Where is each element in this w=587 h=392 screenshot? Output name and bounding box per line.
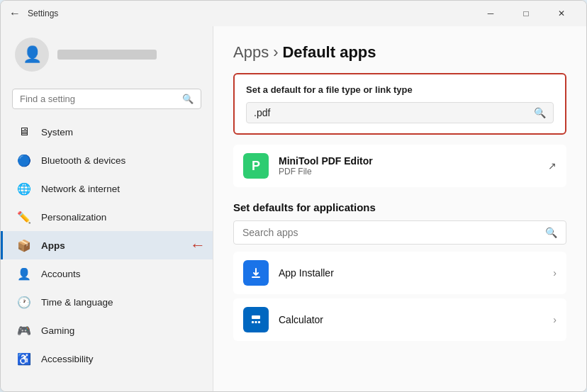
title-bar-controls: ─ □ ✕	[474, 3, 578, 24]
file-type-box: Set a default for a file type or link ty…	[233, 73, 566, 135]
network-icon: 🌐	[17, 181, 31, 196]
breadcrumb-separator: ›	[273, 43, 278, 62]
main-content: Apps › Default apps Set a default for a …	[213, 26, 586, 391]
calculator-chevron: ›	[553, 314, 557, 325]
pdf-app-type: PDF File	[279, 167, 538, 177]
personalization-icon: ✏️	[17, 210, 31, 224]
sidebar-item-gaming[interactable]: 🎮 Gaming	[1, 316, 213, 345]
app-installer-icon	[243, 260, 269, 286]
sidebar-label-time-language: Time & language	[41, 297, 113, 308]
calculator-name: Calculator	[279, 314, 543, 325]
sidebar-item-bluetooth[interactable]: 🔵 Bluetooth & devices	[1, 146, 213, 174]
time-language-icon: 🕐	[17, 295, 31, 309]
search-apps-input[interactable]	[242, 227, 538, 238]
sidebar-item-accessibility[interactable]: ♿ Accessibility	[1, 345, 213, 373]
pdf-app-info: MiniTool PDF Editor PDF File	[279, 155, 538, 177]
sidebar-label-network: Network & internet	[41, 184, 120, 194]
file-type-label: Set a default for a file type or link ty…	[246, 84, 554, 95]
breadcrumb-parent: Apps	[233, 43, 269, 62]
nav-items: 🖥 System 🔵 Bluetooth & devices 🌐 Network…	[1, 118, 213, 373]
svg-rect-3	[252, 321, 254, 323]
content-area: 👤 🔍 🖥 System 🔵 Bluetooth & devices	[1, 26, 586, 391]
external-link-icon: ↗	[548, 160, 557, 172]
sidebar-label-apps: Apps	[41, 240, 65, 251]
system-icon: 🖥	[17, 125, 31, 139]
title-bar: ← Settings ─ □ ✕	[1, 1, 586, 26]
sidebar-label-accessibility: Accessibility	[41, 354, 94, 364]
pdf-app-name: MiniTool PDF Editor	[279, 155, 538, 167]
window-title: Settings	[28, 9, 58, 18]
sidebar-item-network[interactable]: 🌐 Network & internet	[1, 174, 213, 203]
sidebar-label-personalization: Personalization	[41, 212, 106, 223]
file-type-search-icon: 🔍	[534, 107, 546, 118]
title-bar-left: ← Settings	[9, 7, 58, 20]
search-section: 🔍	[1, 83, 213, 118]
svg-rect-1	[248, 312, 264, 327]
close-button[interactable]: ✕	[545, 3, 578, 24]
breadcrumb-current: Default apps	[282, 43, 376, 62]
svg-rect-2	[252, 315, 260, 319]
gaming-icon: 🎮	[17, 323, 31, 337]
bluetooth-icon: 🔵	[17, 153, 31, 167]
file-type-input[interactable]	[254, 107, 534, 118]
sidebar-search-box[interactable]: 🔍	[12, 89, 201, 109]
sidebar-item-apps[interactable]: 📦 Apps ←	[1, 231, 213, 259]
sidebar-search-input[interactable]	[20, 94, 177, 104]
accounts-icon: 👤	[17, 267, 31, 281]
sidebar-item-time-language[interactable]: 🕐 Time & language	[1, 288, 213, 316]
app-installer-name: App Installer	[279, 267, 543, 279]
sidebar-item-personalization[interactable]: ✏️ Personalization	[1, 203, 213, 231]
red-arrow-indicator: ←	[190, 236, 206, 254]
calculator-app-icon	[243, 307, 269, 332]
user-section: 👤	[1, 26, 213, 83]
sidebar-item-accounts[interactable]: 👤 Accounts	[1, 259, 213, 288]
sidebar-search-icon: 🔍	[182, 94, 194, 104]
sidebar-label-bluetooth: Bluetooth & devices	[41, 155, 125, 166]
user-name	[57, 50, 157, 60]
defaults-section-label: Set defaults for applications	[233, 201, 566, 213]
sidebar-label-system: System	[41, 127, 73, 138]
maximize-button[interactable]: □	[510, 3, 542, 24]
avatar: 👤	[15, 38, 49, 72]
app-list-item-installer[interactable]: App Installer ›	[233, 252, 566, 294]
back-button[interactable]: ←	[9, 7, 21, 20]
sidebar-label-accounts: Accounts	[41, 269, 81, 279]
apps-icon: 📦	[17, 238, 31, 252]
file-type-input-row[interactable]: 🔍	[246, 102, 554, 123]
svg-rect-4	[255, 321, 257, 323]
breadcrumb: Apps › Default apps	[233, 43, 566, 62]
sidebar-label-gaming: Gaming	[41, 325, 74, 336]
minimize-button[interactable]: ─	[474, 3, 507, 24]
settings-window: ← Settings ─ □ ✕ 👤 🔍	[0, 0, 587, 392]
sidebar: 👤 🔍 🖥 System 🔵 Bluetooth & devices	[1, 26, 213, 391]
svg-rect-5	[258, 321, 260, 323]
sidebar-item-system[interactable]: 🖥 System	[1, 118, 213, 146]
app-list-item-calculator[interactable]: Calculator ›	[233, 298, 566, 341]
search-apps-icon: 🔍	[545, 227, 557, 238]
app-installer-chevron: ›	[553, 267, 557, 279]
accessibility-icon: ♿	[17, 352, 31, 366]
pdf-app-icon: P	[243, 153, 269, 179]
default-app-row[interactable]: P MiniTool PDF Editor PDF File ↗	[233, 145, 566, 187]
search-apps-row[interactable]: 🔍	[233, 220, 566, 245]
